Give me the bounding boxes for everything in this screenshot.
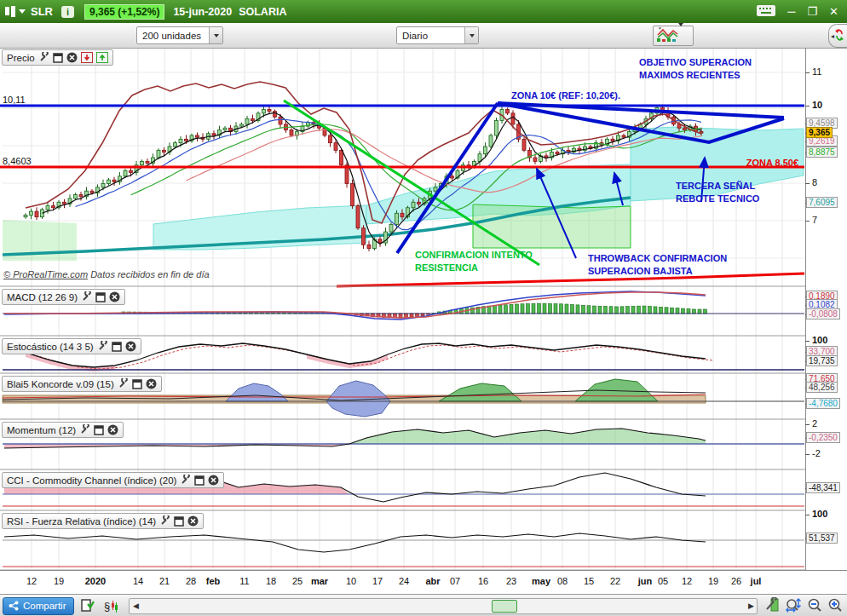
window-icon[interactable] bbox=[94, 425, 104, 435]
symbol-label: SLR bbox=[31, 5, 53, 18]
panel-label-momentum: Momentum (12) bbox=[7, 425, 76, 435]
panel-header-momentum[interactable]: Momentum (12) bbox=[2, 422, 124, 438]
zoom-fit-button[interactable] bbox=[785, 597, 802, 614]
share-button[interactable]: Compartir bbox=[3, 597, 74, 615]
window-icon[interactable] bbox=[132, 379, 142, 389]
refresh-data-button[interactable]: ◂ bbox=[828, 24, 847, 48]
zoom-in-button[interactable] bbox=[827, 597, 843, 614]
minimize-button[interactable]: ─ bbox=[787, 5, 795, 18]
units-select-value: 200 unidades bbox=[137, 31, 209, 41]
info-icon[interactable]: i bbox=[61, 6, 74, 18]
maximize-button[interactable]: ❐ bbox=[807, 5, 817, 18]
svg-text:§: § bbox=[104, 600, 110, 613]
timeframe-select-value: Diario bbox=[397, 31, 464, 41]
session-date: 15-jun-2020 bbox=[173, 6, 232, 18]
close-panel-icon[interactable] bbox=[208, 475, 219, 486]
chart-type-caret-icon[interactable] bbox=[678, 26, 683, 45]
trading-candles-button[interactable]: § bbox=[101, 596, 122, 615]
wrench-icon[interactable] bbox=[180, 475, 191, 486]
panel-label-rsi: RSI - Fuerza Relativa (índice) (14) bbox=[7, 516, 156, 527]
window-icon[interactable] bbox=[194, 475, 205, 486]
ichimoku-cloud bbox=[3, 127, 804, 261]
close-panel-icon[interactable] bbox=[107, 424, 118, 435]
precio-panel-header[interactable]: Precio bbox=[2, 49, 113, 66]
panel-header-rsi[interactable]: RSI - Fuerza Relativa (índice) (14) bbox=[2, 513, 204, 529]
close-panel-icon[interactable] bbox=[109, 291, 120, 302]
scrollbar-thumb[interactable] bbox=[492, 600, 517, 613]
units-select-caret-icon[interactable] bbox=[209, 27, 222, 43]
close-panel-icon[interactable] bbox=[146, 378, 157, 389]
horizontal-scrollbar[interactable]: ◀ ▶ bbox=[129, 598, 758, 614]
wrench-icon[interactable] bbox=[79, 424, 90, 435]
refresh-arrows-icon bbox=[834, 27, 844, 44]
candlestick-logo-icon bbox=[5, 6, 15, 17]
wrench-icon[interactable] bbox=[81, 291, 92, 302]
panel-header-sto[interactable]: Estocástico (14 3 5) bbox=[2, 338, 141, 354]
chart-settings-button[interactable] bbox=[764, 597, 780, 614]
title-bar: SLR i 9,365 (+1,52%) 15-jun-2020 SOLARIA… bbox=[0, 0, 847, 23]
orders-list-button[interactable] bbox=[78, 596, 98, 615]
scroll-left-icon[interactable]: ◀ bbox=[130, 600, 141, 613]
window-icon[interactable] bbox=[53, 53, 63, 63]
price-axis-column[interactable] bbox=[805, 48, 847, 570]
panel-header-koncorde[interactable]: Blai5 Koncorde v.09 (15) bbox=[2, 376, 162, 392]
zoom-out-button[interactable] bbox=[807, 597, 822, 614]
panel-label-sto: Estocástico (14 3 5) bbox=[7, 342, 94, 352]
instrument-name: SOLARIA bbox=[239, 6, 286, 18]
symbol-dropdown-caret-icon[interactable] bbox=[19, 9, 26, 14]
close-panel-icon[interactable] bbox=[66, 52, 78, 63]
panel-label-macd: MACD (12 26 9) bbox=[7, 292, 78, 302]
chart-type-button[interactable] bbox=[653, 26, 694, 46]
window-icon[interactable] bbox=[112, 342, 122, 352]
window-icon[interactable] bbox=[95, 292, 106, 302]
close-button[interactable]: ✕ bbox=[829, 5, 838, 18]
keyboard-icon[interactable] bbox=[757, 5, 775, 19]
chart-type-icon bbox=[656, 27, 678, 44]
wrench-icon[interactable] bbox=[159, 515, 170, 527]
scroll-right-icon[interactable]: ▶ bbox=[745, 600, 757, 613]
wrench-icon[interactable] bbox=[38, 52, 49, 63]
chart-toolbar: 200 unidades Diario ◂ bbox=[0, 23, 847, 49]
panel-label-koncorde: Blai5 Koncorde v.09 (15) bbox=[7, 379, 114, 389]
move-up-icon[interactable] bbox=[96, 52, 108, 63]
panel-header-macd[interactable]: MACD (12 26 9) bbox=[2, 289, 125, 305]
bottom-toolbar: Compartir § ◀ ▶ bbox=[0, 594, 847, 616]
time-axis-strip[interactable] bbox=[0, 570, 847, 595]
timeframe-select[interactable]: Diario bbox=[396, 26, 479, 44]
move-down-icon[interactable] bbox=[81, 52, 93, 63]
close-panel-icon[interactable] bbox=[125, 341, 136, 352]
timeframe-select-caret-icon[interactable] bbox=[464, 27, 478, 43]
share-icon bbox=[9, 601, 19, 611]
wrench-icon[interactable] bbox=[97, 341, 108, 352]
units-select[interactable]: 200 unidades bbox=[136, 26, 223, 44]
close-panel-icon[interactable] bbox=[187, 515, 199, 527]
price-change-badge: 9,365 (+1,52%) bbox=[84, 4, 164, 20]
panel-header-cci[interactable]: CCI - Commodity Channel (índice) (20) bbox=[2, 472, 224, 488]
wrench-icon[interactable] bbox=[118, 378, 129, 389]
window-icon[interactable] bbox=[174, 516, 184, 527]
share-button-label: Compartir bbox=[23, 601, 66, 611]
precio-panel-label: Precio bbox=[7, 53, 35, 63]
panel-label-cci: CCI - Commodity Channel (índice) (20) bbox=[7, 475, 176, 486]
